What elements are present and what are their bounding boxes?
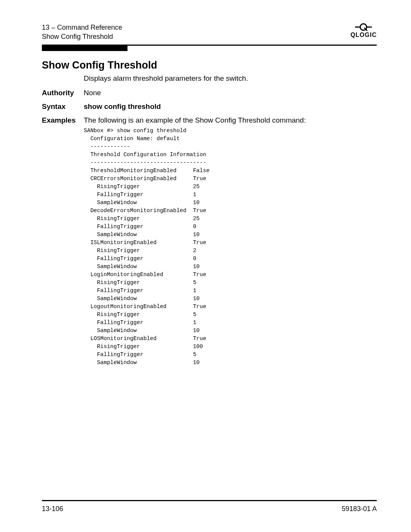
footer-rule	[42, 500, 377, 501]
authority-section: Authority None	[42, 89, 377, 97]
syntax-label: Syntax	[42, 102, 84, 111]
authority-label: Authority	[42, 89, 84, 97]
subtitle-line: Show Config Threshold	[42, 32, 122, 41]
example-code-block: SANbox #> show config threshold Configur…	[84, 127, 377, 367]
page-header: 13 – Command Reference Show Config Thres…	[42, 23, 377, 42]
authority-value: None	[84, 89, 101, 97]
examples-label: Examples	[42, 116, 84, 125]
page-title: Show Config Threshold	[42, 59, 377, 71]
page-footer: 13-106 59183-01 A	[42, 500, 377, 513]
syntax-value: show config threshold	[84, 102, 161, 111]
header-text: 13 – Command Reference Show Config Thres…	[42, 23, 122, 42]
footer-doc-id: 59183-01 A	[342, 505, 377, 513]
chapter-line: 13 – Command Reference	[42, 23, 122, 32]
syntax-section: Syntax show config threshold	[42, 102, 377, 111]
black-bar	[42, 46, 127, 51]
page: 13 – Command Reference Show Config Thres…	[0, 0, 411, 532]
examples-section: Examples The following is an example of …	[42, 116, 377, 125]
footer-page-number: 13-106	[42, 505, 63, 513]
qlogic-logo: QLOGIC	[350, 23, 377, 38]
qlogic-logo-icon	[350, 23, 377, 31]
qlogic-logo-text: QLOGIC	[350, 32, 377, 38]
description: Displays alarm threshold parameters for …	[84, 74, 377, 83]
examples-intro: The following is an example of the Show …	[84, 116, 306, 125]
